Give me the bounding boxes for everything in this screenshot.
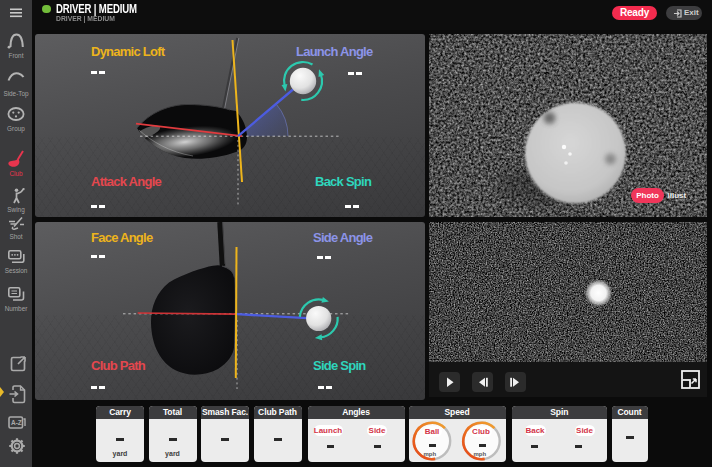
svg-text:A-Z: A-Z (11, 419, 22, 426)
